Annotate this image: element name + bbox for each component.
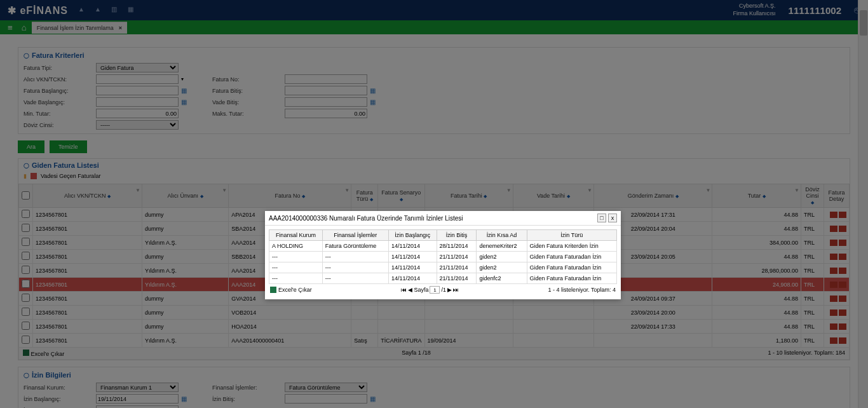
mcol-baslangic[interactable]: İzin Başlangıç: [388, 230, 437, 241]
mcol-kurum[interactable]: Finansal Kurum: [269, 230, 323, 241]
mcol-kisa[interactable]: İzin Kısa Ad: [477, 230, 527, 241]
page-input[interactable]: [430, 286, 440, 294]
mcol-turu[interactable]: İzin Türü: [527, 230, 616, 241]
permissions-modal: AAA2014000000336 Numaralı Fatura Üzerind…: [265, 211, 621, 299]
modal-close-icon[interactable]: x: [608, 214, 617, 222]
pager-next-icon[interactable]: ▶: [447, 287, 452, 293]
pager-first-icon[interactable]: ⏮: [401, 287, 407, 293]
modal-title: AAA2014000000336 Numaralı Fatura Üzerind…: [269, 215, 463, 222]
pager-prev-icon[interactable]: ◀: [408, 287, 412, 293]
table-row[interactable]: ------14/11/201421/11/2014giden2Giden Fa…: [269, 262, 617, 273]
modal-minimize-icon[interactable]: □: [597, 214, 606, 222]
mcol-islemler[interactable]: Finansal İşlemler: [322, 230, 388, 241]
modal-overlay[interactable]: [0, 0, 868, 408]
modal-pager[interactable]: ⏮ ◀ Sayfa /1 ▶ ⏭: [401, 286, 459, 294]
table-row[interactable]: ------14/11/201421/11/2014gidenfc2Giden …: [269, 273, 617, 284]
permissions-table: Finansal Kurum Finansal İşlemler İzin Ba…: [269, 229, 617, 284]
pager-last-icon[interactable]: ⏭: [453, 287, 459, 293]
table-row[interactable]: A HOLDINGFatura Görüntüleme14/11/201428/…: [269, 241, 617, 252]
modal-export-excel[interactable]: Excel'e Çıkar: [270, 287, 312, 293]
table-row[interactable]: ------14/11/201421/11/2014giden2Giden Fa…: [269, 252, 617, 262]
modal-total: 1 - 4 listeleniyor. Toplam: 4: [548, 287, 616, 293]
mcol-bitis[interactable]: İzin Bitiş: [437, 230, 477, 241]
